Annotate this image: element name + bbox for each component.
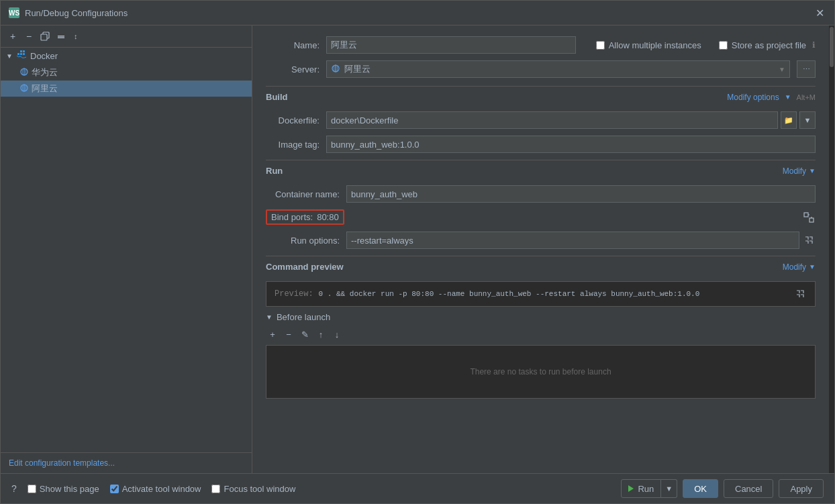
show-page-label: Show this page (40, 484, 99, 494)
run-title: Run (266, 166, 283, 176)
bind-ports-expand-button[interactable] (802, 211, 816, 224)
server-select-value: 阿里云 (331, 63, 371, 75)
focus-tool-checkbox[interactable] (211, 485, 220, 493)
main-content: + − ↕ (1, 26, 834, 473)
focus-tool-label: Focus tool window (224, 484, 295, 494)
bl-up-button[interactable]: ↑ (314, 327, 328, 341)
run-section-header: Run Modify ▼ (266, 160, 816, 180)
move-config-button[interactable] (54, 30, 68, 43)
title-bar: WS Run/Debug Configurations ✕ (1, 1, 834, 26)
before-launch-header[interactable]: ▼ Before launch (266, 312, 816, 322)
dockerfile-folder-button[interactable]: 📁 (781, 111, 797, 129)
store-as-project-info-icon: ℹ (812, 40, 816, 50)
cancel-button[interactable]: Cancel (724, 479, 773, 498)
close-button[interactable]: ✕ (813, 6, 826, 19)
remove-config-button[interactable]: − (22, 30, 36, 43)
tree-item-huawei[interactable]: 华为云 (1, 64, 252, 81)
run-btn-group: Run ▼ (621, 479, 677, 498)
dockerfile-row: Dockerfile: 📁 ▼ (266, 111, 816, 129)
modify-cmd-button[interactable]: Modify (783, 262, 806, 272)
docker-group-label: Docker (30, 51, 58, 61)
tree-aliyun-label: 阿里云 (32, 83, 58, 95)
activate-tool-checkbox[interactable] (110, 485, 119, 493)
server-value-icon (331, 64, 340, 75)
bl-edit-button[interactable]: ✎ (298, 327, 311, 341)
no-tasks-label: There are no tasks to run before launch (470, 367, 611, 376)
server-label: Server: (266, 64, 320, 74)
modify-options-button[interactable]: Modify options (727, 93, 779, 102)
modify-shortcut: Alt+M (797, 93, 816, 101)
run-options-input-group (346, 232, 816, 249)
tree-expand-arrow: ▼ (6, 52, 14, 60)
modify-cmd-arrow: ▼ (809, 263, 816, 270)
help-icon[interactable]: ? (11, 483, 17, 494)
svg-rect-2 (58, 36, 64, 37)
bl-remove-button[interactable]: − (282, 327, 295, 341)
dialog-title: Run/Debug Configurations (25, 8, 128, 18)
run-options-input[interactable] (346, 232, 799, 249)
modify-options-arrow: ▼ (785, 93, 791, 101)
left-toolbar: + − ↕ (1, 26, 252, 48)
server-icon-aliyun (19, 83, 29, 95)
svg-rect-1 (41, 34, 47, 40)
right-scroll-area: Name: Allow multiple instances Store as … (252, 26, 834, 473)
app-icon: WS (9, 7, 19, 18)
container-name-row: Container name: (266, 185, 816, 203)
container-name-label: Container name: (266, 189, 340, 199)
preview-expand-button[interactable] (793, 287, 807, 301)
svg-rect-20 (809, 218, 814, 222)
container-name-input[interactable] (346, 185, 816, 203)
show-page-checkbox[interactable] (28, 485, 36, 493)
build-title: Build (266, 92, 288, 102)
add-config-button[interactable]: + (6, 30, 19, 43)
image-tag-input[interactable] (326, 136, 816, 153)
tree-item-aliyun[interactable]: 阿里云 (1, 81, 252, 97)
preview-code: 0 . && docker run -p 80:80 --name bunny_… (319, 290, 793, 298)
edit-templates-link[interactable]: Edit configuration templates... (1, 452, 252, 473)
apply-button[interactable]: Apply (779, 479, 824, 498)
dockerfile-label: Dockerfile: (266, 115, 320, 125)
name-input[interactable] (326, 36, 576, 54)
config-form: Name: Allow multiple instances Store as … (252, 26, 829, 473)
right-panel: Name: Allow multiple instances Store as … (252, 26, 829, 473)
run-section-actions: Modify ▼ (783, 166, 816, 176)
bl-down-button[interactable]: ↓ (330, 327, 344, 341)
run-debug-dialog: WS Run/Debug Configurations ✕ + − (0, 0, 835, 504)
left-panel: + − ↕ (1, 26, 252, 473)
ok-button[interactable]: OK (683, 479, 718, 498)
dockerfile-input[interactable] (326, 111, 778, 129)
run-options-expand-button[interactable] (802, 234, 816, 247)
bottom-bar: ? Show this page Activate tool window Fo… (1, 473, 834, 503)
store-as-project-group: Store as project file ℹ (719, 40, 816, 50)
before-launch-arrow: ▼ (266, 313, 273, 321)
sort-config-button[interactable]: ↕ (70, 30, 84, 43)
dockerfile-input-group: 📁 ▼ (326, 111, 816, 129)
show-page-row: Show this page (28, 484, 99, 494)
run-arrow-button[interactable]: ▼ (661, 479, 677, 498)
svg-rect-19 (804, 213, 808, 217)
before-launch-section: ▼ Before launch + − ✎ ↑ ↓ There are no t… (266, 312, 816, 399)
focus-tool-row: Focus tool window (211, 484, 295, 494)
svg-rect-5 (17, 53, 19, 55)
run-main-button[interactable]: Run (621, 479, 661, 498)
bottom-left: ? Show this page Activate tool window Fo… (11, 483, 295, 494)
right-scrollbar[interactable] (829, 26, 834, 473)
server-more-button[interactable]: ⋯ (797, 60, 816, 78)
bind-ports-label: Bind ports: (271, 212, 313, 222)
scrollbar-thumb[interactable] (830, 27, 834, 67)
dockerfile-dropdown-button[interactable]: ▼ (799, 111, 816, 129)
run-options-label: Run options: (266, 236, 340, 246)
tree-docker-group[interactable]: ▼ Docker (1, 48, 252, 64)
name-label: Name: (266, 40, 320, 50)
copy-config-button[interactable] (38, 30, 52, 43)
svg-rect-6 (20, 53, 22, 55)
svg-rect-8 (20, 50, 22, 52)
store-as-project-checkbox[interactable] (719, 41, 728, 50)
preview-label: Preview: (275, 289, 313, 299)
server-select[interactable]: 阿里云 ▼ (326, 60, 790, 78)
modify-run-button[interactable]: Modify (783, 166, 806, 176)
server-dropdown-arrow: ▼ (779, 66, 785, 73)
config-tree: ▼ Docker (1, 48, 252, 452)
bl-add-button[interactable]: + (266, 327, 279, 341)
allow-multiple-checkbox[interactable] (596, 41, 605, 50)
